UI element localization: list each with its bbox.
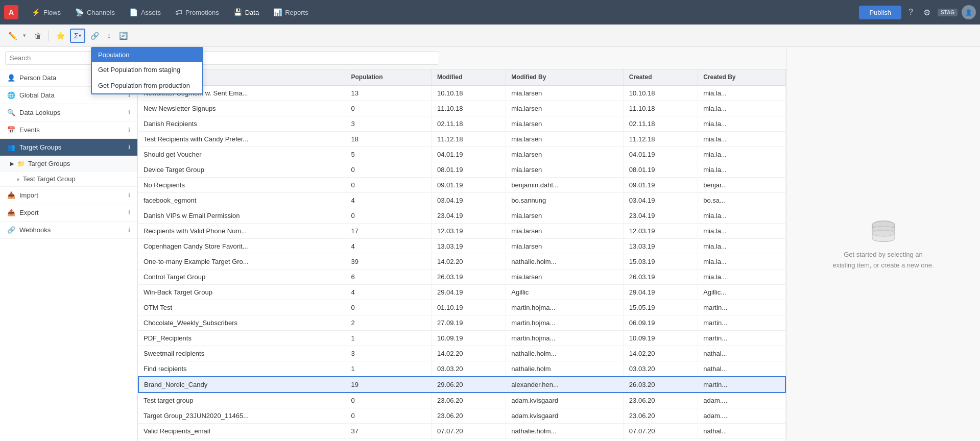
- help-button[interactable]: ?: [905, 6, 916, 19]
- population-item-production[interactable]: Get Population from production: [92, 78, 202, 93]
- folder-icon: 📁: [17, 160, 25, 167]
- cell-modified-by: mia.larsen: [506, 101, 624, 116]
- cell-created-by: bo.sa...: [698, 193, 785, 208]
- table-row[interactable]: Newsletter Segment w. Sent Ema... 13 10.…: [138, 85, 785, 101]
- cell-modified-by: nathalie.holm: [506, 361, 624, 377]
- table-row[interactable]: New Newsletter Signups 0 11.10.18 mia.la…: [138, 101, 785, 116]
- table-row[interactable]: OTM Test 0 01.10.19 martin.hojma... 15.0…: [138, 300, 785, 315]
- cell-population: 2: [346, 315, 432, 331]
- table-row[interactable]: Target Group_23JUN2020_11465... 0 23.06.…: [138, 408, 785, 424]
- refresh-button[interactable]: 🔄: [116, 30, 131, 42]
- table-row[interactable]: Recipients with Valid Phone Num... 17 12…: [138, 224, 785, 239]
- nav-data[interactable]: 💾 Data: [226, 5, 266, 19]
- sidebar-item-target-groups-label: Target Groups: [19, 143, 61, 151]
- table-row[interactable]: Test target group 0 23.06.20 adam.kvisga…: [138, 393, 785, 408]
- favorite-button[interactable]: ⭐: [53, 30, 68, 42]
- table-row[interactable]: No Recipients 0 09.01.19 benjamin.dahl..…: [138, 178, 785, 193]
- webhooks-info[interactable]: ℹ: [128, 227, 130, 233]
- table-row[interactable]: PDF_Recipients 1 10.09.19 martin.hojma..…: [138, 331, 785, 346]
- sidebar-item-export[interactable]: 📤 Export ℹ: [0, 204, 137, 222]
- table-row[interactable]: Danish Recipients 3 02.11.18 mia.larsen …: [138, 116, 785, 132]
- table-row[interactable]: Valid Recipients_email 37 07.07.20 natha…: [138, 424, 785, 439]
- sidebar-item-import-label: Import: [19, 191, 38, 199]
- sidebar-item-global-data-label: Global Data: [19, 91, 55, 99]
- export-info[interactable]: ℹ: [128, 209, 130, 216]
- cell-modified-by: martin.hojma...: [506, 331, 624, 346]
- table-row[interactable]: Win-Back Target Group 4 29.04.19 Agillic…: [138, 285, 785, 300]
- cell-population: 1: [346, 361, 432, 377]
- cell-created-by: mia.la...: [698, 254, 785, 270]
- cell-modified-by: alexander.hen...: [506, 377, 624, 393]
- table-row[interactable]: Danish VIPs w Email Permission 0 23.04.1…: [138, 208, 785, 224]
- cell-modified-by: mia.larsen: [506, 239, 624, 254]
- cell-modified-by: mia.larsen: [506, 162, 624, 178]
- settings-button[interactable]: ⚙: [920, 6, 934, 19]
- sidebar-group-target-groups[interactable]: ▶ 📁 Target Groups: [0, 156, 137, 172]
- cell-created-by: nathal...: [698, 439, 785, 442]
- cell-created-by: nathal...: [698, 361, 785, 377]
- cell-created-by: adam....: [698, 408, 785, 424]
- col-population[interactable]: Population: [346, 69, 432, 85]
- assets-icon: 📄: [129, 8, 138, 16]
- global-data-icon: 🌐: [7, 91, 15, 99]
- nav-channels[interactable]: 📡 Channels: [68, 5, 122, 19]
- data-lookups-info[interactable]: ℹ: [128, 109, 130, 116]
- nav-promotions[interactable]: 🏷 Promotions: [168, 5, 226, 19]
- link-button[interactable]: 🔗: [87, 30, 102, 42]
- cell-created: 26.03.19: [624, 270, 698, 285]
- population-button[interactable]: Σ ▾: [70, 29, 85, 43]
- nav-assets[interactable]: 📄 Assets: [122, 5, 168, 19]
- import-info[interactable]: ℹ: [128, 192, 130, 199]
- cell-modified: 08.01.19: [432, 162, 506, 178]
- sidebar-sub-test-target-group[interactable]: ● Test Target Group: [0, 172, 137, 187]
- cell-created: 15.05.19: [624, 300, 698, 315]
- cell-modified: 23.06.20: [432, 408, 506, 424]
- table-row[interactable]: Chocolate_Weekly_Subscribers 2 27.09.19 …: [138, 315, 785, 331]
- population-dropdown: Population Get Population from staging G…: [91, 47, 203, 94]
- cell-modified-by: nathalie.holm...: [506, 439, 624, 442]
- table-row[interactable]: Test Recipients with Candy Prefer... 18 …: [138, 132, 785, 147]
- table-row[interactable]: Gmail Like Condition 3 28.07.20 nathalie…: [138, 439, 785, 442]
- delete-button[interactable]: 🗑: [31, 30, 44, 42]
- publish-button[interactable]: Publish: [859, 6, 901, 19]
- sidebar-item-webhooks[interactable]: 🔗 Webhooks ℹ: [0, 222, 137, 239]
- sidebar-item-target-groups[interactable]: 👥 Target Groups ℹ: [0, 139, 137, 156]
- table-row[interactable]: Should get Voucher 5 04.01.19 mia.larsen…: [138, 147, 785, 162]
- table-row[interactable]: facebook_egmont 4 03.04.19 bo.sannung 03…: [138, 193, 785, 208]
- cell-modified-by: mia.larsen: [506, 147, 624, 162]
- cell-population: 5: [346, 147, 432, 162]
- sidebar-item-import[interactable]: 📥 Import ℹ: [0, 187, 137, 204]
- sidebar-item-events[interactable]: 📅 Events ℹ: [0, 121, 137, 139]
- sidebar-item-data-lookups[interactable]: 🔍 Data Lookups ℹ: [0, 104, 137, 121]
- nav-items: ⚡ Flows 📡 Channels 📄 Assets 🏷 Promotions…: [25, 5, 859, 19]
- table-row[interactable]: One-to-many Example Target Gro... 39 14.…: [138, 254, 785, 270]
- col-created-by[interactable]: Created By: [698, 69, 785, 85]
- cell-modified-by: Agillic: [506, 285, 624, 300]
- cell-modified-by: adam.kvisgaard: [506, 393, 624, 408]
- cell-population: 0: [346, 408, 432, 424]
- table-row[interactable]: Sweetmail recipients 3 14.02.20 nathalie…: [138, 346, 785, 361]
- col-modified[interactable]: Modified: [432, 69, 506, 85]
- table-row[interactable]: Brand_Nordic_Candy 19 29.06.20 alexander…: [138, 377, 785, 393]
- table-row[interactable]: Control Target Group 6 26.03.19 mia.lars…: [138, 270, 785, 285]
- col-modified-by[interactable]: Modified By: [506, 69, 624, 85]
- target-groups-info[interactable]: ℹ: [128, 144, 130, 151]
- table-row[interactable]: Device Target Group 0 08.01.19 mia.larse…: [138, 162, 785, 178]
- cell-created-by: mia.la...: [698, 132, 785, 147]
- events-info[interactable]: ℹ: [128, 127, 130, 133]
- cell-population: 3: [346, 346, 432, 361]
- cell-created: 10.09.19: [624, 331, 698, 346]
- cell-modified: 03.03.20: [432, 361, 506, 377]
- col-created[interactable]: Created: [624, 69, 698, 85]
- cell-population: 4: [346, 193, 432, 208]
- population-item-staging[interactable]: Get Population from staging: [92, 62, 202, 78]
- table-row[interactable]: Copenhagen Candy Store Favorit... 4 13.0…: [138, 239, 785, 254]
- cell-modified-by: bo.sannung: [506, 193, 624, 208]
- sidebar: 👤 Person Data ℹ 🌐 Global Data ℹ 🔍 Data L…: [0, 47, 138, 441]
- table-row[interactable]: Find recipients 1 03.03.20 nathalie.holm…: [138, 361, 785, 377]
- sort-button[interactable]: ↕️: [104, 30, 114, 42]
- nav-data-label: Data: [245, 9, 259, 16]
- nav-reports[interactable]: 📊 Reports: [266, 5, 316, 19]
- nav-flows[interactable]: ⚡ Flows: [25, 5, 68, 19]
- new-button[interactable]: ✏️: [5, 30, 20, 42]
